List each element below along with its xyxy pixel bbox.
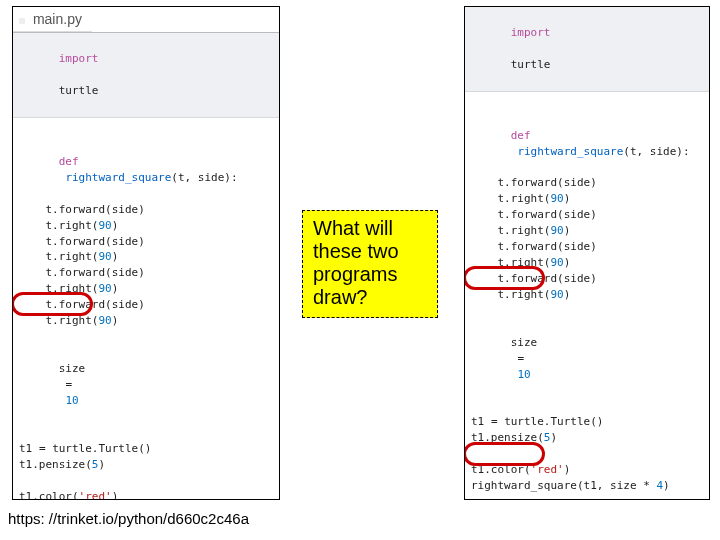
def-line: def rightward_square(t, side):: [19, 138, 273, 202]
file-tab-label: main.py: [33, 11, 82, 27]
question-line-3: programs: [313, 263, 427, 286]
left-code-panel: main.py import turtle def rightward_squa…: [12, 6, 280, 500]
file-tab[interactable]: main.py: [13, 7, 92, 32]
source-url: https: //trinket.io/python/d660c2c46a: [8, 510, 249, 527]
question-line-4: draw?: [313, 286, 427, 309]
tab-bar: main.py: [13, 7, 279, 33]
import-line-left: import turtle: [13, 33, 279, 118]
right-code-body: def rightward_square(t, side): t.forward…: [465, 92, 709, 500]
right-code-panel: import turtle def rightward_square(t, si…: [464, 6, 710, 500]
kw-import: import: [59, 52, 99, 65]
mod-turtle: turtle: [59, 84, 99, 97]
file-icon: [19, 18, 25, 24]
question-box: What will these two programs draw?: [302, 210, 438, 318]
import-line-right: import turtle: [465, 7, 709, 92]
size-assignment-right-a: size = 10: [471, 319, 703, 399]
question-line-2: these two: [313, 240, 427, 263]
size-assignment-left: size = 10: [19, 345, 273, 425]
left-code-body: def rightward_square(t, side): t.forward…: [13, 118, 279, 500]
question-line-1: What will: [313, 217, 427, 240]
